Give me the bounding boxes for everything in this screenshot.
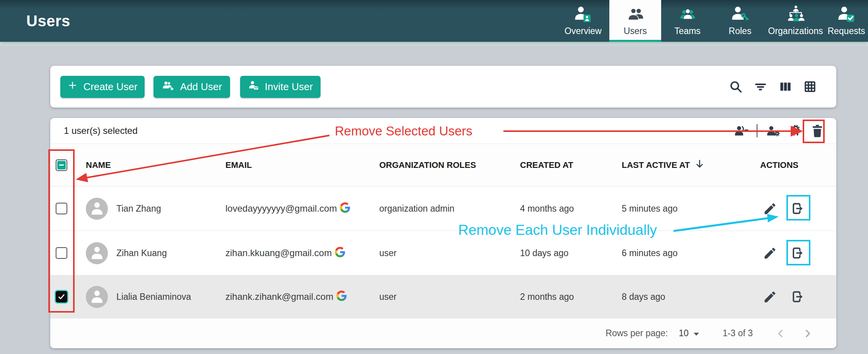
column-header-actions: ACTIONS xyxy=(756,160,836,170)
column-header-email[interactable]: EMAIL xyxy=(222,160,377,170)
user-name: Zihan Kuang xyxy=(116,248,167,258)
tab-label: Roles xyxy=(729,26,752,36)
plus-icon xyxy=(67,80,78,93)
select-all-checkbox[interactable] xyxy=(56,159,67,171)
created-at: 4 months ago xyxy=(518,204,619,214)
last-active-at: 5 minutes ago xyxy=(619,204,756,214)
tab-label: Overview xyxy=(564,26,602,36)
user-name: Tian Zhang xyxy=(116,204,161,214)
tab-label: Teams xyxy=(674,26,701,36)
tab-overview[interactable]: Overview xyxy=(557,0,609,42)
selection-count-text: 1 user(s) selected xyxy=(64,125,138,136)
table-footer: Rows per page: 10 1-3 of 3 xyxy=(50,318,836,348)
tab-label: Requests xyxy=(827,26,865,36)
button-label: Invite User xyxy=(265,81,313,93)
remove-user-icon[interactable] xyxy=(790,246,805,260)
tab-organizations[interactable]: Organizations xyxy=(766,0,825,42)
google-icon xyxy=(335,247,345,260)
avatar xyxy=(86,242,108,264)
google-icon xyxy=(336,291,347,303)
row-checkbox[interactable] xyxy=(56,247,67,259)
columns-icon[interactable] xyxy=(778,80,792,94)
user-role: organization admin xyxy=(377,204,518,214)
avatar xyxy=(86,286,108,308)
table-row[interactable]: Tian Zhang lovedayyyyyyy@gmail.com organ… xyxy=(50,186,836,231)
org-hierarchy-icon xyxy=(786,5,805,23)
create-user-button[interactable]: Create User xyxy=(60,76,145,98)
table-row[interactable]: Zihan Kuang zihan.kkuang@gmail.com user … xyxy=(50,231,836,275)
person-check-icon xyxy=(837,5,855,23)
column-header-label: LAST ACTIVE AT xyxy=(622,160,690,170)
tab-requests[interactable]: Requests xyxy=(825,0,868,42)
ribbon-badge-icon[interactable] xyxy=(789,124,802,138)
user-role: user xyxy=(377,248,518,258)
person-minus-icon[interactable] xyxy=(733,124,749,137)
remove-user-icon[interactable] xyxy=(790,201,805,216)
user-email: lovedayyyyyyy@gmail.com xyxy=(225,203,337,214)
add-user-button[interactable]: Add User xyxy=(153,76,230,98)
row-checkbox[interactable] xyxy=(56,291,67,303)
person-badge-icon xyxy=(574,5,592,23)
column-header-last-active-at[interactable]: LAST ACTIVE AT xyxy=(619,159,756,171)
created-at: 10 days ago xyxy=(518,248,619,258)
trash-icon[interactable] xyxy=(810,123,825,138)
button-label: Create User xyxy=(83,81,137,93)
page-title: Users xyxy=(26,12,70,30)
remove-user-icon[interactable] xyxy=(790,289,805,304)
created-at: 2 months ago xyxy=(518,292,619,302)
main-nav: Overview Users Teams Roles Organizations xyxy=(557,0,868,42)
last-active-at: 8 days ago xyxy=(619,292,756,302)
user-email: zihank.zihank@gmail.com xyxy=(225,291,333,302)
tab-label: Users xyxy=(624,26,647,36)
table-header: NAME EMAIL ORGANIZATION ROLES CREATED AT… xyxy=(50,144,836,186)
people-group-icon xyxy=(678,5,697,23)
user-email: zihan.kkuang@gmail.com xyxy=(225,248,332,258)
google-icon xyxy=(340,202,350,215)
edit-pencil-icon[interactable] xyxy=(763,246,777,260)
bulk-tools xyxy=(733,123,825,138)
person-envelope-icon xyxy=(248,80,259,94)
tab-roles[interactable]: Roles xyxy=(714,0,766,42)
column-header-created-at[interactable]: CREATED AT xyxy=(518,160,619,170)
next-page-chevron-icon[interactable] xyxy=(802,328,813,339)
top-navbar: Users Overview Users Teams Roles xyxy=(0,0,868,42)
avatar xyxy=(86,198,108,220)
tab-teams[interactable]: Teams xyxy=(661,0,714,42)
column-header-name[interactable]: NAME xyxy=(81,160,222,170)
pagination-range: 1-3 of 3 xyxy=(723,328,753,339)
person-gear-icon[interactable] xyxy=(765,124,781,137)
table-row[interactable]: Lialia Beniaminova zihank.zihank@gmail.c… xyxy=(50,275,836,318)
user-name: Lialia Beniaminova xyxy=(116,292,191,302)
prev-page-chevron-icon[interactable] xyxy=(775,328,786,339)
rows-per-page-label: Rows per page: xyxy=(605,328,668,339)
users-table-card: 1 user(s) selected NAME EMAIL ORGANIZATI… xyxy=(50,118,836,348)
button-label: Add User xyxy=(180,81,222,93)
edit-pencil-icon[interactable] xyxy=(763,290,777,304)
filter-icon[interactable] xyxy=(754,80,767,94)
bulk-divider xyxy=(757,124,757,137)
people-icon xyxy=(626,5,645,23)
tab-users[interactable]: Users xyxy=(609,0,661,42)
view-tools xyxy=(729,80,817,94)
person-key-icon xyxy=(731,5,749,23)
actions-card: Create User Add User Invite User xyxy=(50,66,836,108)
topbar-glow xyxy=(0,42,868,46)
row-checkbox[interactable] xyxy=(56,203,67,214)
rows-per-page-value: 10 xyxy=(679,328,689,339)
invite-user-button[interactable]: Invite User xyxy=(240,76,321,98)
last-active-at: 6 minutes ago xyxy=(619,248,756,258)
selection-toolbar: 1 user(s) selected xyxy=(50,118,836,144)
grid-icon[interactable] xyxy=(803,80,817,94)
rows-per-page-select[interactable]: 10 xyxy=(679,328,699,339)
user-role: user xyxy=(377,292,518,302)
caret-down-icon xyxy=(693,328,699,339)
column-header-organization-roles[interactable]: ORGANIZATION ROLES xyxy=(377,160,518,170)
sort-desc-arrow-icon xyxy=(694,159,705,171)
edit-pencil-icon[interactable] xyxy=(763,202,777,216)
tab-label: Organizations xyxy=(768,26,823,36)
people-plus-icon xyxy=(162,80,175,94)
search-icon[interactable] xyxy=(729,80,743,94)
